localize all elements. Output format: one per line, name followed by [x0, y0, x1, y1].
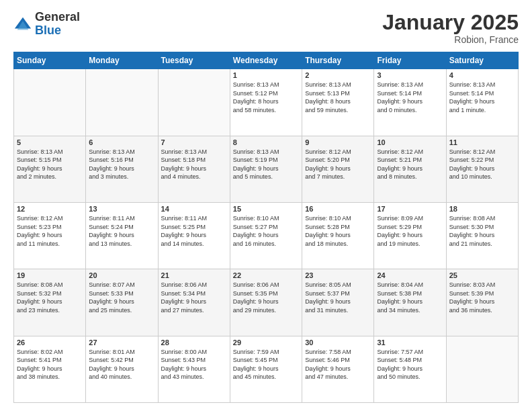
- day-cell: 2Sunrise: 8:13 AM Sunset: 5:13 PM Daylig…: [302, 69, 374, 136]
- day-info: Sunrise: 8:12 AM Sunset: 5:20 PM Dayligh…: [305, 148, 371, 181]
- day-cell: 30Sunrise: 7:58 AM Sunset: 5:46 PM Dayli…: [302, 336, 374, 402]
- calendar-body: 1Sunrise: 8:13 AM Sunset: 5:12 PM Daylig…: [14, 69, 519, 403]
- day-number: 11: [449, 138, 515, 146]
- day-info: Sunrise: 8:13 AM Sunset: 5:19 PM Dayligh…: [233, 148, 299, 181]
- day-info: Sunrise: 8:11 AM Sunset: 5:24 PM Dayligh…: [89, 214, 154, 248]
- day-cell: 28Sunrise: 8:00 AM Sunset: 5:43 PM Dayli…: [158, 336, 230, 402]
- day-info: Sunrise: 8:13 AM Sunset: 5:13 PM Dayligh…: [305, 81, 371, 114]
- weekday-thursday: Thursday: [302, 52, 374, 69]
- day-info: Sunrise: 8:04 AM Sunset: 5:38 PM Dayligh…: [377, 281, 443, 314]
- day-info: Sunrise: 8:01 AM Sunset: 5:42 PM Dayligh…: [89, 348, 154, 381]
- day-number: 1: [233, 71, 299, 79]
- day-cell: 18Sunrise: 8:08 AM Sunset: 5:30 PM Dayli…: [446, 202, 518, 269]
- day-info: Sunrise: 8:08 AM Sunset: 5:30 PM Dayligh…: [449, 214, 515, 248]
- day-number: 26: [17, 338, 83, 347]
- day-number: 27: [89, 338, 154, 347]
- day-cell: 16Sunrise: 8:10 AM Sunset: 5:28 PM Dayli…: [302, 202, 374, 269]
- header: General Blue January 2025 Robion, France: [13, 11, 519, 45]
- day-cell: 29Sunrise: 7:59 AM Sunset: 5:45 PM Dayli…: [230, 336, 302, 402]
- day-number: 7: [161, 138, 227, 146]
- day-info: Sunrise: 8:12 AM Sunset: 5:21 PM Dayligh…: [377, 148, 443, 181]
- day-cell: 4Sunrise: 8:13 AM Sunset: 5:14 PM Daylig…: [446, 69, 518, 136]
- day-number: 4: [449, 71, 515, 79]
- day-info: Sunrise: 8:13 AM Sunset: 5:15 PM Dayligh…: [17, 148, 83, 181]
- logo: General Blue: [13, 11, 80, 38]
- day-cell: 26Sunrise: 8:02 AM Sunset: 5:41 PM Dayli…: [14, 336, 86, 402]
- day-cell: 6Sunrise: 8:13 AM Sunset: 5:16 PM Daylig…: [86, 136, 158, 202]
- day-info: Sunrise: 8:06 AM Sunset: 5:35 PM Dayligh…: [233, 281, 299, 314]
- day-number: 29: [233, 338, 299, 347]
- day-info: Sunrise: 8:08 AM Sunset: 5:32 PM Dayligh…: [17, 281, 83, 314]
- day-number: 31: [377, 338, 443, 347]
- weekday-tuesday: Tuesday: [158, 52, 230, 69]
- day-number: 13: [89, 205, 154, 213]
- day-cell: 9Sunrise: 8:12 AM Sunset: 5:20 PM Daylig…: [302, 136, 374, 202]
- day-number: 6: [89, 138, 154, 146]
- day-cell: [14, 69, 86, 136]
- calendar-table: SundayMondayTuesdayWednesdayThursdayFrid…: [13, 52, 519, 403]
- day-info: Sunrise: 8:10 AM Sunset: 5:28 PM Dayligh…: [305, 214, 371, 248]
- day-number: 18: [449, 205, 515, 213]
- day-cell: 17Sunrise: 8:09 AM Sunset: 5:29 PM Dayli…: [374, 202, 446, 269]
- location: Robion, France: [382, 34, 519, 45]
- day-number: 15: [233, 205, 299, 213]
- day-info: Sunrise: 8:13 AM Sunset: 5:12 PM Dayligh…: [233, 81, 299, 114]
- day-cell: 24Sunrise: 8:04 AM Sunset: 5:38 PM Dayli…: [374, 269, 446, 336]
- week-row-2: 12Sunrise: 8:12 AM Sunset: 5:23 PM Dayli…: [14, 202, 519, 269]
- day-number: 9: [305, 138, 371, 146]
- day-cell: 7Sunrise: 8:13 AM Sunset: 5:18 PM Daylig…: [158, 136, 230, 202]
- day-number: 14: [161, 205, 227, 213]
- week-row-0: 1Sunrise: 8:13 AM Sunset: 5:12 PM Daylig…: [14, 69, 519, 136]
- logo-icon: [13, 15, 32, 34]
- weekday-header-row: SundayMondayTuesdayWednesdayThursdayFrid…: [14, 52, 519, 69]
- day-number: 12: [17, 205, 83, 213]
- day-info: Sunrise: 7:59 AM Sunset: 5:45 PM Dayligh…: [233, 348, 299, 381]
- weekday-monday: Monday: [86, 52, 158, 69]
- day-info: Sunrise: 8:13 AM Sunset: 5:18 PM Dayligh…: [161, 148, 227, 181]
- day-cell: [86, 69, 158, 136]
- day-cell: 10Sunrise: 8:12 AM Sunset: 5:21 PM Dayli…: [374, 136, 446, 202]
- day-number: 25: [449, 271, 515, 279]
- day-cell: 25Sunrise: 8:03 AM Sunset: 5:39 PM Dayli…: [446, 269, 518, 336]
- day-cell: 3Sunrise: 8:13 AM Sunset: 5:14 PM Daylig…: [374, 69, 446, 136]
- day-number: 10: [377, 138, 443, 146]
- title-block: January 2025 Robion, France: [382, 11, 519, 45]
- day-info: Sunrise: 8:10 AM Sunset: 5:27 PM Dayligh…: [233, 214, 299, 248]
- logo-general: General: [35, 11, 80, 24]
- day-cell: 8Sunrise: 8:13 AM Sunset: 5:19 PM Daylig…: [230, 136, 302, 202]
- day-number: 20: [89, 271, 154, 279]
- day-number: 30: [305, 338, 371, 347]
- logo-blue: Blue: [35, 24, 80, 38]
- day-cell: 23Sunrise: 8:05 AM Sunset: 5:37 PM Dayli…: [302, 269, 374, 336]
- day-info: Sunrise: 8:03 AM Sunset: 5:39 PM Dayligh…: [449, 281, 515, 314]
- day-cell: 15Sunrise: 8:10 AM Sunset: 5:27 PM Dayli…: [230, 202, 302, 269]
- weekday-wednesday: Wednesday: [230, 52, 302, 69]
- day-info: Sunrise: 8:07 AM Sunset: 5:33 PM Dayligh…: [89, 281, 154, 314]
- day-number: 17: [377, 205, 443, 213]
- day-info: Sunrise: 8:09 AM Sunset: 5:29 PM Dayligh…: [377, 214, 443, 248]
- day-info: Sunrise: 8:13 AM Sunset: 5:14 PM Dayligh…: [377, 81, 443, 114]
- day-cell: 1Sunrise: 8:13 AM Sunset: 5:12 PM Daylig…: [230, 69, 302, 136]
- day-cell: 12Sunrise: 8:12 AM Sunset: 5:23 PM Dayli…: [14, 202, 86, 269]
- day-cell: [446, 336, 518, 402]
- logo-text: General Blue: [35, 11, 80, 38]
- day-cell: [158, 69, 230, 136]
- week-row-1: 5Sunrise: 8:13 AM Sunset: 5:15 PM Daylig…: [14, 136, 519, 202]
- day-info: Sunrise: 8:06 AM Sunset: 5:34 PM Dayligh…: [161, 281, 227, 314]
- month-title: January 2025: [382, 11, 519, 34]
- day-cell: 31Sunrise: 7:57 AM Sunset: 5:48 PM Dayli…: [374, 336, 446, 402]
- day-info: Sunrise: 8:05 AM Sunset: 5:37 PM Dayligh…: [305, 281, 371, 314]
- day-number: 28: [161, 338, 227, 347]
- day-info: Sunrise: 8:13 AM Sunset: 5:16 PM Dayligh…: [89, 148, 154, 181]
- day-info: Sunrise: 8:13 AM Sunset: 5:14 PM Dayligh…: [449, 81, 515, 114]
- week-row-3: 19Sunrise: 8:08 AM Sunset: 5:32 PM Dayli…: [14, 269, 519, 336]
- day-cell: 5Sunrise: 8:13 AM Sunset: 5:15 PM Daylig…: [14, 136, 86, 202]
- page: General Blue January 2025 Robion, France…: [0, 0, 532, 411]
- day-number: 22: [233, 271, 299, 279]
- day-info: Sunrise: 7:58 AM Sunset: 5:46 PM Dayligh…: [305, 348, 371, 381]
- day-number: 2: [305, 71, 371, 79]
- day-cell: 19Sunrise: 8:08 AM Sunset: 5:32 PM Dayli…: [14, 269, 86, 336]
- day-info: Sunrise: 8:02 AM Sunset: 5:41 PM Dayligh…: [17, 348, 83, 381]
- day-number: 19: [17, 271, 83, 279]
- day-number: 3: [377, 71, 443, 79]
